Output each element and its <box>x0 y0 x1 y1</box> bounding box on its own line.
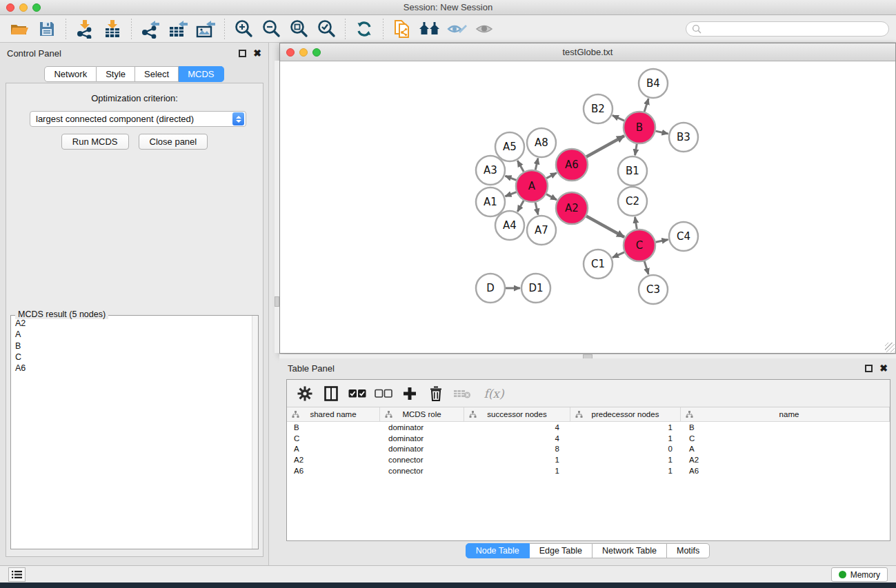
network-window-titlebar[interactable]: testGlobe.txt <box>280 43 895 61</box>
float-table-panel-icon[interactable] <box>865 365 873 372</box>
tab-style[interactable]: Style <box>97 66 135 82</box>
table-cell[interactable]: A2 <box>287 456 380 464</box>
table-cell[interactable]: connector <box>380 456 464 464</box>
table-cell[interactable]: 4 <box>464 423 570 432</box>
node-B2[interactable]: B2 <box>584 94 613 123</box>
node-B1[interactable]: B1 <box>618 156 647 185</box>
node-A7[interactable]: A7 <box>527 216 556 245</box>
table-cell[interactable]: dominator <box>380 423 464 432</box>
column-header-successor-nodes[interactable]: successor nodes <box>464 407 570 421</box>
table-tab-edge-table[interactable]: Edge Table <box>530 543 593 558</box>
table-settings-button[interactable] <box>295 383 315 404</box>
table-row[interactable]: A6connector11A6 <box>287 465 890 476</box>
zoom-out-button[interactable] <box>257 17 285 41</box>
table-row[interactable]: Adominator80A <box>287 444 890 455</box>
hide-selected-button[interactable] <box>444 17 471 41</box>
node-B3[interactable]: B3 <box>669 123 698 152</box>
node-A6[interactable]: A6 <box>556 149 588 181</box>
home-layout-button[interactable] <box>416 17 444 41</box>
table-cell[interactable]: 8 <box>464 445 570 453</box>
resize-grip[interactable] <box>885 343 895 352</box>
edge-A2-C[interactable] <box>586 216 624 237</box>
close-network-icon[interactable] <box>286 48 295 57</box>
zoom-fit-button[interactable] <box>285 17 312 41</box>
node-C4[interactable]: C4 <box>669 222 698 251</box>
node-C[interactable]: C <box>624 230 655 261</box>
open-file-button[interactable] <box>6 17 33 41</box>
node-C1[interactable]: C1 <box>584 250 613 278</box>
node-A5[interactable]: A5 <box>495 132 524 161</box>
table-cell[interactable]: 1 <box>570 434 681 443</box>
column-header-shared-name[interactable]: shared name <box>287 407 380 421</box>
export-table-button[interactable] <box>164 17 192 41</box>
column-header-predecessor-nodes[interactable]: predecessor nodes <box>570 407 681 421</box>
close-panel-button[interactable]: Close panel <box>139 134 208 150</box>
search-input[interactable] <box>701 24 888 34</box>
node-A3[interactable]: A3 <box>476 156 505 185</box>
deselect-all-button[interactable] <box>374 383 393 404</box>
new-network-from-selection-button[interactable] <box>388 17 416 41</box>
table-tab-node-table[interactable]: Node Table <box>466 543 530 558</box>
edge-B-B4[interactable] <box>644 99 648 112</box>
show-panels-button[interactable] <box>8 567 26 582</box>
column-header-MCDS-role[interactable]: MCDS role <box>380 407 464 421</box>
node-A[interactable]: A <box>516 170 548 202</box>
add-column-button[interactable] <box>400 383 419 404</box>
edge-C-C4[interactable] <box>656 240 668 243</box>
table-cell[interactable]: A <box>287 445 380 453</box>
edge-A-A8[interactable] <box>535 158 538 170</box>
minimize-network-icon[interactable] <box>299 48 308 57</box>
table-cell[interactable]: 0 <box>570 445 681 453</box>
table-cell[interactable]: 1 <box>570 423 681 432</box>
close-window-icon[interactable] <box>6 3 14 12</box>
close-table-panel-icon[interactable]: ✖ <box>879 363 888 373</box>
edge-A-A3[interactable] <box>505 176 516 180</box>
edge-C-C2[interactable] <box>635 217 637 230</box>
edge-A-A5[interactable] <box>517 161 524 172</box>
import-table-button[interactable] <box>99 17 126 41</box>
edge-B-B3[interactable] <box>655 131 668 134</box>
search-field[interactable] <box>686 21 889 37</box>
split-columns-button[interactable] <box>321 383 341 404</box>
float-panel-icon[interactable] <box>239 50 246 57</box>
mcds-result-item[interactable]: A <box>15 329 252 340</box>
edge-A-A6[interactable] <box>546 173 557 179</box>
table-row[interactable]: Cdominator41C <box>287 433 890 444</box>
table-cell[interactable]: C <box>681 434 890 443</box>
table-cell[interactable]: B <box>287 423 380 432</box>
column-header-name[interactable]: name <box>681 407 890 421</box>
edge-A-A4[interactable] <box>517 201 524 212</box>
table-cell[interactable]: connector <box>380 467 464 475</box>
minimize-window-icon[interactable] <box>19 3 28 12</box>
table-cell[interactable]: 1 <box>570 467 681 475</box>
node-D[interactable]: D <box>476 274 505 303</box>
edge-A-A7[interactable] <box>535 202 538 214</box>
table-cell[interactable]: A6 <box>287 467 380 475</box>
table-cell[interactable]: dominator <box>380 445 464 453</box>
show-all-button[interactable] <box>471 17 499 41</box>
edge-A-A1[interactable] <box>505 192 516 196</box>
network-canvas[interactable]: B4B2BB3A8A5A6A3B1AA1C2A2A4A7C4CC1DD1C3 <box>280 61 895 353</box>
zoom-in-button[interactable] <box>230 17 257 41</box>
zoom-selected-button[interactable] <box>312 17 340 41</box>
mcds-result-item[interactable]: A6 <box>15 363 252 374</box>
save-session-button[interactable] <box>33 17 61 41</box>
mcds-result-item[interactable]: A2 <box>15 318 252 329</box>
mcds-result-list[interactable]: A2ABCA6 <box>12 316 252 548</box>
result-scrollbar[interactable] <box>252 316 258 549</box>
close-panel-icon[interactable]: ✖ <box>253 48 261 58</box>
node-A1[interactable]: A1 <box>476 187 505 216</box>
table-cell[interactable]: 1 <box>570 456 681 464</box>
run-mcds-button[interactable]: Run MCDS <box>61 134 129 150</box>
table-row[interactable]: A2connector11A2 <box>287 454 890 465</box>
export-network-button[interactable] <box>137 17 164 41</box>
memory-button[interactable]: Memory <box>831 567 888 582</box>
node-A8[interactable]: A8 <box>527 128 556 157</box>
node-B[interactable]: B <box>624 112 655 143</box>
edge-B-B1[interactable] <box>635 144 637 156</box>
table-row[interactable]: Bdominator41B <box>287 422 890 433</box>
table-cell[interactable]: dominator <box>380 434 464 443</box>
table-tab-network-table[interactable]: Network Table <box>593 543 667 558</box>
table-cell[interactable]: 1 <box>464 467 570 475</box>
table-tab-motifs[interactable]: Motifs <box>667 543 710 558</box>
